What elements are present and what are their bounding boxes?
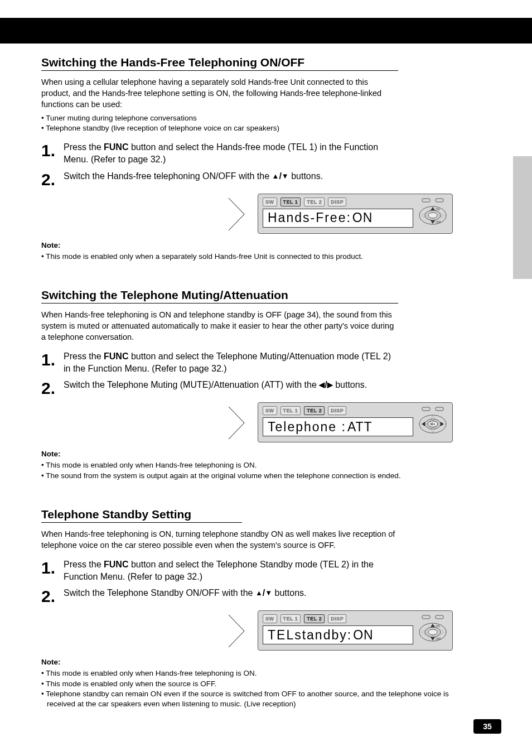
svg-rect-11: [436, 615, 443, 619]
svg-rect-5: [422, 407, 430, 411]
note: Note: • This mode is enabled only when H…: [41, 657, 471, 709]
step-1: 1. Press the FUNC button and select the …: [41, 558, 398, 582]
lcd-display: Hands-Free:ON: [263, 209, 413, 228]
step-number: 2.: [41, 588, 64, 605]
note-bullet: • Telephone standby can remain ON even i…: [41, 689, 471, 709]
chevron-right-icon: [228, 197, 246, 232]
down-triangle-icon: ▼: [265, 588, 272, 598]
note-bullet: • The sound from the system is output ag…: [41, 471, 471, 481]
step-number: 1.: [41, 351, 64, 368]
section-rule: [41, 522, 242, 523]
note-body: • This mode is enabled only when a separ…: [41, 252, 471, 262]
seg-tel1: TEL 1: [280, 614, 301, 623]
step-text: Press the: [64, 351, 104, 361]
intro-bullet: • Telephone standby (live reception of t…: [41, 123, 398, 133]
step-2: 2. Switch the Hands-free telephoning ON/…: [41, 170, 398, 188]
step-1: 1. Press the FUNC button and select the …: [41, 141, 398, 165]
left-triangle-icon: ◀: [319, 380, 325, 390]
lcd-value: ON: [353, 628, 374, 643]
button-name: FUNC: [104, 142, 128, 152]
svg-rect-10: [422, 615, 430, 619]
on-label: ON: [436, 624, 440, 628]
note-bullet: • This mode is enabled only when the sou…: [41, 679, 471, 689]
section-title: Switching the Hands-Free Telephoning ON/…: [41, 56, 471, 69]
lcd-value: ATT: [347, 420, 373, 435]
step-text: Switch the Telephone Muting (MUTE)/Atten…: [64, 380, 319, 389]
lcd-label: Hands-Free:: [268, 210, 351, 225]
step-number: 1.: [41, 142, 64, 159]
note-bullet: • This mode is enabled only when Hands-f…: [41, 460, 471, 470]
section-tel-standby: Telephone Standby Setting When Hands-fre…: [41, 508, 471, 709]
button-name: FUNC: [104, 351, 128, 361]
step-text: Switch the Hands-free telephoning ON/OFF…: [64, 171, 272, 181]
up-triangle-icon: ▲: [272, 171, 279, 181]
segment-tabs: SW TEL 1 TEL 2 DISP: [263, 406, 413, 415]
lcd-label: Telephone :: [268, 420, 346, 435]
step-text: Press the: [64, 560, 104, 569]
step-text: buttons.: [272, 588, 306, 598]
display-device: SW TEL 1 TEL 2 DISP TELstandby:ON: [258, 610, 453, 651]
section-intro: When Hands-free telephoning is ON and te…: [41, 309, 398, 343]
seg-tel2: TEL 2: [304, 614, 325, 623]
seg-disp: DISP: [328, 614, 346, 623]
seg-tel2: TEL 2: [304, 198, 325, 206]
svg-rect-0: [422, 199, 430, 202]
seg-sw: SW: [263, 198, 277, 206]
off-label: OFF: [436, 637, 441, 641]
intro-text: When using a cellular telephone having a…: [41, 78, 381, 109]
side-tab: [513, 156, 532, 279]
right-triangle-icon: ▶: [327, 380, 333, 390]
section-intro: When using a cellular telephone having a…: [41, 76, 398, 133]
step-number: 1.: [41, 560, 64, 576]
display-device: SW TEL 1 TEL 2 DISP Hands-Free:ON: [258, 194, 453, 234]
sel-label: SEL: [430, 422, 436, 426]
note: Note: • This mode is enabled only when H…: [41, 449, 471, 481]
segment-tabs: SW TEL 1 TEL 2 DISP: [263, 198, 413, 206]
display-device: SW TEL 1 TEL 2 DISP Telephone :ATT: [258, 402, 453, 442]
seg-disp: DISP: [328, 198, 346, 206]
seg-disp: DISP: [328, 406, 346, 415]
svg-point-14: [428, 629, 437, 635]
svg-rect-6: [436, 407, 443, 411]
control-knob-icon: ON OFF: [417, 614, 449, 647]
lcd-display: TELstandby:ON: [263, 625, 413, 644]
page-content: Switching the Hands-Free Telephoning ON/…: [41, 56, 471, 736]
step-text: Press the: [64, 142, 104, 152]
on-label: ON: [436, 208, 440, 211]
seg-tel1: TEL 1: [280, 198, 301, 206]
intro-bullet: • Tuner muting during telephone conversa…: [41, 113, 398, 123]
off-label: OFF: [436, 220, 441, 224]
up-triangle-icon: ▲: [255, 588, 263, 598]
note-bullet: • This mode is enabled only when Hands-f…: [41, 668, 471, 678]
seg-sw: SW: [263, 406, 277, 415]
step-2: 2. Switch the Telephone Standby ON/OFF w…: [41, 587, 398, 605]
section-rule: [41, 303, 398, 304]
control-knob-icon: SEL: [417, 406, 449, 439]
control-knob-icon: ON OFF: [417, 198, 449, 230]
step-2: 2. Switch the Telephone Muting (MUTE)/At…: [41, 379, 398, 397]
step-number: 2.: [41, 171, 64, 188]
section-hands-free: Switching the Hands-Free Telephoning ON/…: [41, 56, 471, 262]
section-tel-muting: Switching the Telephone Muting/Attenuati…: [41, 288, 471, 481]
device-figure: SW TEL 1 TEL 2 DISP TELstandby:ON: [41, 610, 471, 652]
section-title: Telephone Standby Setting: [41, 508, 471, 521]
chevron-right-icon: [228, 406, 246, 440]
segment-tabs: SW TEL 1 TEL 2 DISP: [263, 614, 413, 623]
lcd-label: TELstandby:: [268, 628, 352, 643]
note-title: Note:: [41, 240, 471, 251]
note: Note: • This mode is enabled only when a…: [41, 240, 471, 262]
button-name: FUNC: [104, 560, 128, 569]
svg-rect-1: [436, 199, 443, 202]
lcd-value: ON: [352, 210, 373, 225]
seg-tel1: TEL 1: [280, 406, 301, 415]
seg-tel2: TEL 2: [304, 406, 325, 415]
page-number-badge: 35: [473, 719, 501, 734]
step-1: 1. Press the FUNC button and select the …: [41, 350, 398, 374]
step-text: buttons.: [333, 380, 367, 389]
step-text: Switch the Telephone Standby ON/OFF with…: [64, 588, 255, 598]
device-figure: SW TEL 1 TEL 2 DISP Hands-Free:ON: [41, 194, 471, 235]
step-number: 2.: [41, 380, 64, 397]
seg-sw: SW: [263, 614, 277, 623]
device-figure: SW TEL 1 TEL 2 DISP Telephone :ATT: [41, 402, 471, 444]
down-triangle-icon: ▼: [282, 171, 289, 181]
